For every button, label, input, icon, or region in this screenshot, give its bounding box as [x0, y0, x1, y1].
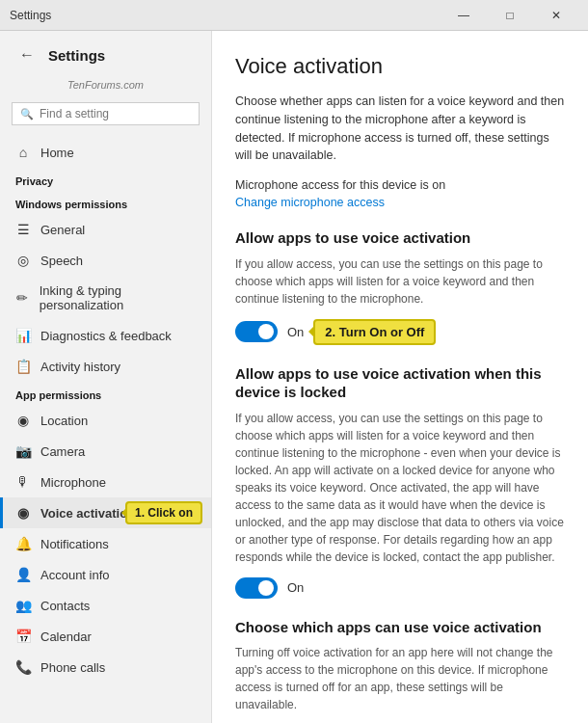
microphone-status: Microphone access for this device is on — [235, 178, 565, 192]
sidebar-item-label: Notifications — [40, 537, 109, 551]
sidebar-item-location[interactable]: ◉ Location — [0, 405, 211, 436]
section3-desc: Turning off voice activation for an app … — [235, 644, 565, 713]
sidebar-item-general[interactable]: ☰ General — [0, 214, 211, 245]
sidebar-item-notifications[interactable]: 🔔 Notifications — [0, 528, 211, 559]
locked-voice-toggle[interactable] — [235, 577, 278, 599]
activity-icon: 📋 — [15, 359, 31, 374]
title-bar: Settings — □ ✕ — [0, 0, 588, 31]
sidebar: ← Settings TenForums.com 🔍 ⌂ Home Privac… — [0, 31, 212, 723]
sidebar-item-label: Contacts — [40, 599, 90, 613]
section2-toggle-row: On — [235, 577, 565, 599]
sidebar-header: ← Settings — [0, 31, 211, 75]
search-box: 🔍 — [12, 102, 200, 125]
sidebar-item-label: Voice activation — [40, 506, 135, 521]
sidebar-item-label: Account info — [40, 568, 110, 582]
general-icon: ☰ — [15, 222, 31, 237]
title-bar-text: Settings — [10, 9, 441, 22]
voice-icon: ◉ — [15, 505, 31, 521]
page-description: Choose whether apps can listen for a voi… — [235, 93, 565, 165]
calendar-icon: 📅 — [15, 629, 31, 644]
search-icon: 🔍 — [20, 108, 34, 120]
sidebar-item-diagnostics[interactable]: 📊 Diagnostics & feedback — [0, 320, 211, 351]
notifications-icon: 🔔 — [15, 536, 31, 551]
sidebar-item-activity[interactable]: 📋 Activity history — [0, 351, 211, 382]
sidebar-item-label: Inking & typing personalization — [40, 283, 196, 312]
close-button[interactable]: ✕ — [534, 0, 578, 31]
windows-permissions-label: Windows permissions — [0, 191, 211, 214]
sidebar-item-label: Location — [40, 414, 88, 428]
section2-toggle-label: On — [287, 580, 304, 595]
callout-1: 1. Click on — [125, 501, 202, 524]
sidebar-item-label: General — [40, 223, 85, 237]
sidebar-item-label: Camera — [40, 444, 85, 459]
maximize-button[interactable]: □ — [488, 0, 532, 31]
sidebar-item-label: Activity history — [40, 360, 120, 374]
callout-2: 2. Turn On or Off — [313, 319, 436, 345]
voice-activation-toggle[interactable] — [235, 321, 278, 342]
change-microphone-link[interactable]: Change microphone access — [235, 196, 565, 209]
page-title: Voice activation — [235, 54, 565, 79]
sidebar-item-label: Microphone — [40, 475, 106, 490]
privacy-section-label: Privacy — [0, 168, 211, 191]
watermark: TenForums.com — [0, 75, 211, 98]
title-bar-controls: — □ ✕ — [441, 0, 578, 31]
sidebar-item-account[interactable]: 👤 Account info — [0, 559, 211, 590]
section2-title: Allow apps to use voice activation when … — [235, 364, 565, 402]
search-input[interactable] — [40, 107, 191, 120]
section1-title: Allow apps to use voice activation — [235, 228, 565, 248]
sidebar-item-camera[interactable]: 📷 Camera — [0, 436, 211, 467]
sidebar-item-label: Calendar — [40, 629, 92, 644]
section2-desc: If you allow access, you can use the set… — [235, 410, 565, 566]
sidebar-item-home[interactable]: ⌂ Home — [0, 137, 211, 168]
sidebar-item-contacts[interactable]: 👥 Contacts — [0, 590, 211, 621]
sidebar-item-calendar[interactable]: 📅 Calendar — [0, 621, 211, 652]
home-icon: ⌂ — [15, 145, 31, 160]
account-icon: 👤 — [15, 567, 31, 582]
app-container: ← Settings TenForums.com 🔍 ⌂ Home Privac… — [0, 31, 588, 723]
speech-icon: ◎ — [15, 253, 31, 268]
sidebar-item-label: Speech — [40, 254, 83, 268]
sidebar-item-microphone[interactable]: 🎙 Microphone — [0, 467, 211, 497]
inking-icon: ✏ — [15, 290, 30, 306]
sidebar-item-voice[interactable]: ◉ Voice activation 1. Click on — [0, 497, 211, 528]
sidebar-title: Settings — [48, 47, 105, 64]
sidebar-item-label: Diagnostics & feedback — [40, 329, 172, 343]
section3-title: Choose which apps can use voice activati… — [235, 618, 565, 637]
camera-icon: 📷 — [15, 443, 31, 459]
sidebar-item-speech[interactable]: ◎ Speech — [0, 245, 211, 276]
section1-toggle-row: On 2. Turn On or Off — [235, 319, 565, 345]
phonecalls-icon: 📞 — [15, 659, 31, 675]
microphone-icon: 🎙 — [15, 474, 31, 490]
sidebar-item-inking[interactable]: ✏ Inking & typing personalization — [0, 276, 211, 320]
location-icon: ◉ — [15, 413, 31, 428]
app-permissions-label: App permissions — [0, 382, 211, 405]
diagnostics-icon: 📊 — [15, 328, 31, 343]
back-button[interactable]: ← — [15, 42, 39, 67]
contacts-icon: 👥 — [15, 598, 31, 613]
main-content: Voice activation Choose whether apps can… — [212, 31, 588, 723]
sidebar-item-label: Home — [40, 146, 74, 160]
minimize-button[interactable]: — — [441, 0, 486, 31]
section1-desc: If you allow access, you can use the set… — [235, 255, 565, 308]
sidebar-item-label: Phone calls — [40, 660, 105, 675]
sidebar-item-phonecalls[interactable]: 📞 Phone calls — [0, 652, 211, 683]
